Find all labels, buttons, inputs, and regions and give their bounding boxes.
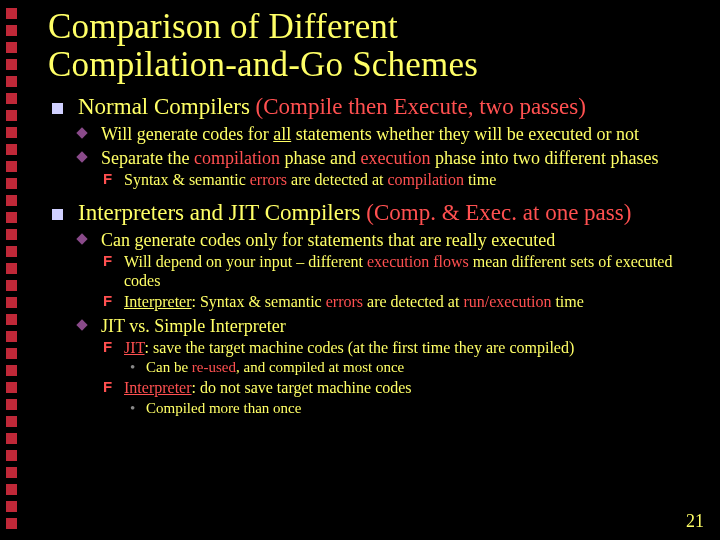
script-f-icon: F — [103, 338, 112, 355]
text: time — [464, 171, 496, 188]
text-kw: execution flows — [367, 253, 469, 270]
text: Separate the — [101, 148, 194, 168]
text: phase into two different phases — [430, 148, 658, 168]
text: phase and — [280, 148, 360, 168]
text: are detected at — [363, 293, 463, 310]
slide-title: Comparison of Different Compilation-and-… — [48, 8, 702, 84]
text: : do not save target machine codes — [192, 379, 412, 396]
text-kw: execution — [360, 148, 430, 168]
text-paren: (Comp. & Exec. at one pass) — [366, 200, 631, 225]
text: Can generate codes only for statements t… — [101, 230, 555, 250]
bullet-jit-save: F JIT: save the target machine codes (at… — [48, 339, 702, 357]
text: Will depend on your input – different — [124, 253, 367, 270]
dot-icon: • — [130, 400, 135, 417]
text-paren: (Compile then Execute, two passes) — [256, 94, 586, 119]
script-f-icon: F — [103, 252, 112, 269]
bullet-execution-flows: F Will depend on your input – different … — [48, 253, 702, 290]
text: : save the target machine codes (at the … — [145, 339, 575, 356]
slide-content: Comparison of Different Compilation-and-… — [48, 8, 702, 530]
text-kw-underline: JIT — [124, 339, 145, 356]
text: Can be — [146, 359, 192, 375]
text: Syntax & semantic — [124, 171, 250, 188]
bullet-interpreter-nosave: F Interpreter: do not save target machin… — [48, 379, 702, 397]
text: , and compiled at most once — [236, 359, 404, 375]
bullet-interpreter-errors: F Interpreter: Syntax & semantic errors … — [48, 293, 702, 311]
decorative-sidebar — [6, 8, 26, 529]
bullet-separate-phases: Separate the compilation phase and execu… — [48, 148, 702, 168]
bullet-jit-vs-simple: JIT vs. Simple Interpreter — [48, 316, 702, 336]
bullet-errors-compile-time: F Syntax & semantic errors are detected … — [48, 171, 702, 189]
text: are detected at — [287, 171, 387, 188]
text: Compiled more than once — [146, 400, 301, 416]
text: time — [551, 293, 583, 310]
dot-icon: • — [130, 359, 135, 376]
text-kw-underline: Interpreter — [124, 379, 192, 396]
page-number: 21 — [686, 511, 704, 532]
bullet-interpreters-jit: Interpreters and JIT Compilers (Comp. & … — [48, 200, 702, 226]
text: Normal Compilers — [78, 94, 256, 119]
text-underline: all — [273, 124, 291, 144]
text: statements whether they will be executed… — [291, 124, 639, 144]
text-kw: errors — [326, 293, 363, 310]
text: Will generate codes for — [101, 124, 273, 144]
title-line-2: Compilation-and-Go Schemes — [48, 45, 478, 84]
text-kw: compilation — [387, 171, 463, 188]
bullet-all-statements: Will generate codes for all statements w… — [48, 124, 702, 144]
text-kw: run/execution — [463, 293, 551, 310]
text-underline: Interpreter — [124, 293, 192, 310]
title-line-1: Comparison of Different — [48, 7, 398, 46]
script-f-icon: F — [103, 378, 112, 395]
text-kw: re-used — [192, 359, 236, 375]
script-f-icon: F — [103, 292, 112, 309]
bullet-only-executed: Can generate codes only for statements t… — [48, 230, 702, 250]
text-kw: compilation — [194, 148, 280, 168]
text: JIT vs. Simple Interpreter — [101, 316, 286, 336]
text: Interpreters and JIT Compilers — [78, 200, 366, 225]
bullet-reused: • Can be re-used, and compiled at most o… — [48, 359, 702, 376]
text: : Syntax & semantic — [192, 293, 326, 310]
bullet-normal-compilers: Normal Compilers (Compile then Execute, … — [48, 94, 702, 120]
text-kw: errors — [250, 171, 287, 188]
bullet-compiled-multi: • Compiled more than once — [48, 400, 702, 417]
script-f-icon: F — [103, 170, 112, 187]
